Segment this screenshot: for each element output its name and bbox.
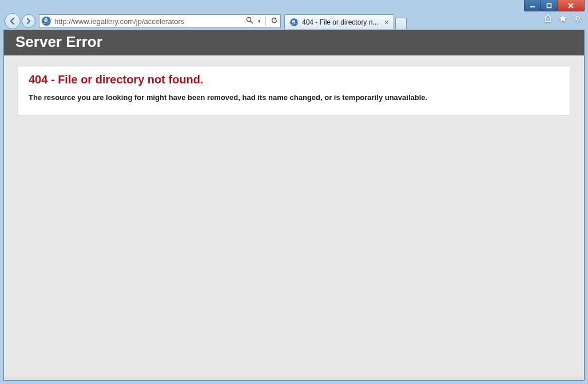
error-title: 404 - File or directory not found. <box>29 73 559 86</box>
svg-point-6 <box>576 17 579 20</box>
svg-point-4 <box>247 17 251 21</box>
command-bar <box>543 14 582 25</box>
search-icon[interactable] <box>246 17 253 26</box>
tools-icon[interactable] <box>573 14 582 25</box>
server-error-header: Server Error <box>4 30 584 55</box>
favorites-icon[interactable] <box>558 14 567 25</box>
back-button[interactable] <box>5 13 21 29</box>
ie-icon <box>290 18 298 26</box>
navigation-bar: ▾ 404 - File or directory n... × <box>0 13 588 30</box>
nav-arrows <box>5 13 35 29</box>
tab-strip: 404 - File or directory n... × <box>284 13 407 29</box>
address-bar[interactable]: ▾ <box>39 14 281 28</box>
tab-title: 404 - File or directory n... <box>302 18 381 26</box>
url-input[interactable] <box>54 17 243 26</box>
svg-line-5 <box>251 21 253 23</box>
forward-button[interactable] <box>22 14 35 28</box>
svg-line-14 <box>580 15 581 17</box>
browser-tab[interactable]: 404 - File or directory n... × <box>284 14 394 29</box>
minimize-button[interactable] <box>524 0 541 11</box>
svg-line-13 <box>575 21 576 22</box>
error-card: 404 - File or directory not found. The r… <box>18 66 570 116</box>
svg-rect-1 <box>547 3 551 7</box>
error-description: The resource you are looking for might h… <box>29 93 559 102</box>
svg-line-12 <box>580 21 581 22</box>
maximize-button[interactable] <box>541 0 558 11</box>
address-bar-tools: ▾ <box>246 17 278 26</box>
tab-close-icon[interactable]: × <box>384 18 389 26</box>
window-controls <box>525 0 585 11</box>
ie-icon <box>42 17 51 26</box>
refresh-icon[interactable] <box>271 17 278 26</box>
separator <box>265 17 266 26</box>
svg-line-11 <box>575 15 576 17</box>
home-icon[interactable] <box>543 14 553 25</box>
close-button[interactable] <box>557 0 585 11</box>
search-provider-dropdown[interactable]: ▾ <box>258 18 261 24</box>
page-content: Server Error 404 - File or directory not… <box>3 30 585 381</box>
new-tab-button[interactable] <box>395 18 407 29</box>
